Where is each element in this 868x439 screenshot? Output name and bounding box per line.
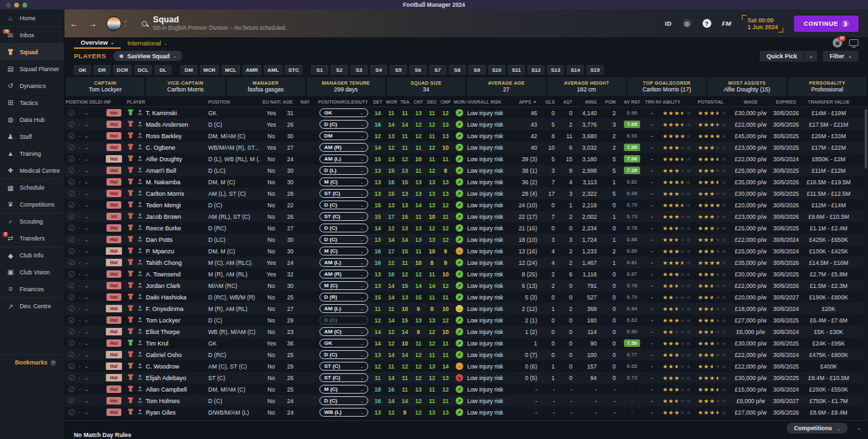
info-badge[interactable]: Hol xyxy=(106,121,121,128)
info-badge[interactable]: Hol xyxy=(106,132,121,140)
select-checkbox-icon[interactable]: ✓ xyxy=(68,271,75,277)
position-filter-amr[interactable]: AMR xyxy=(243,65,262,75)
role-duty-dropdown[interactable]: AM (L)⌄ xyxy=(319,154,368,163)
role-duty-dropdown[interactable]: WB (L)⌄ xyxy=(319,408,368,417)
player-cell[interactable]: Gabriel Osho xyxy=(125,350,207,359)
select-checkbox-icon[interactable]: ✓ xyxy=(68,236,75,243)
player-cell[interactable]: C. Ogbene xyxy=(125,143,207,152)
row-expand-chevron-icon[interactable]: ⌄ xyxy=(85,145,88,150)
select-checkbox-icon[interactable]: ✓ xyxy=(68,340,75,346)
role-duty-dropdown[interactable]: D (C)⌄ xyxy=(319,396,368,405)
info-badge[interactable]: Hol xyxy=(106,409,121,416)
row-expand-chevron-icon[interactable]: ⌄ xyxy=(85,410,88,415)
role-duty-dropdown[interactable]: AM (R)⌄ xyxy=(319,270,368,278)
role-duty-dropdown[interactable]: M (C)⌄ xyxy=(319,177,368,186)
select-checkbox-icon[interactable]: ✓ xyxy=(68,133,75,139)
select-checkbox-icon[interactable]: ✓ xyxy=(68,294,75,300)
sidebar-item-scouting[interactable]: ⌕Scouting xyxy=(0,213,64,230)
player-cell[interactable]: Mads Andersen xyxy=(125,120,207,129)
player-cell[interactable]: Elliot Thorpe xyxy=(125,327,207,336)
sidebar-item-data-hub[interactable]: ◍Data Hub xyxy=(0,111,64,128)
sidebar-item-finances[interactable]: ¤Finances xyxy=(0,280,64,297)
info-badge[interactable]: Hol xyxy=(106,397,121,404)
vertical-scrollbar[interactable] xyxy=(863,108,868,420)
position-filter-dr[interactable]: DR xyxy=(94,65,111,75)
select-checkbox-icon[interactable]: ✓ xyxy=(68,306,75,312)
role-duty-dropdown[interactable]: D (R)⌄ xyxy=(319,293,368,301)
info-badge[interactable]: Hol xyxy=(106,362,121,370)
globe-icon[interactable]: ◍ xyxy=(683,19,692,28)
select-checkbox-icon[interactable]: ✓ xyxy=(68,190,75,196)
position-filter-gk[interactable]: GK xyxy=(74,65,91,75)
row-expand-chevron-icon[interactable]: ⌄ xyxy=(85,364,88,369)
info-badge[interactable]: Hol xyxy=(106,328,121,335)
player-cell[interactable]: T. Kaminski xyxy=(125,108,207,117)
position-filter-s1[interactable]: S1 xyxy=(311,65,328,75)
role-duty-dropdown[interactable]: ST (C)⌄ xyxy=(319,362,368,371)
role-duty-dropdown[interactable]: ST (C)⌄ xyxy=(319,373,368,382)
select-checkbox-icon[interactable]: ✓ xyxy=(68,225,75,231)
row-expand-chevron-icon[interactable]: ⌄ xyxy=(85,341,88,346)
select-checkbox-icon[interactable]: ✓ xyxy=(68,144,75,150)
select-checkbox-icon[interactable]: ✓ xyxy=(68,375,75,381)
info-badge[interactable]: Hol xyxy=(106,374,121,381)
player-cell[interactable]: Jacob Brown xyxy=(125,212,207,221)
position-filter-dl[interactable]: DL xyxy=(155,65,172,75)
info-badge[interactable]: Hol xyxy=(106,144,121,151)
role-duty-dropdown[interactable]: ST (C)⌄ xyxy=(319,212,368,221)
select-checkbox-icon[interactable]: ✓ xyxy=(68,363,75,369)
sidebar-item-squad-planner[interactable]: ▤Squad Planner xyxy=(0,60,64,77)
sidebar-item-club-vision[interactable]: ▣Club Vision xyxy=(0,264,64,280)
sidebar-item-club-info[interactable]: ◆Club Info xyxy=(0,247,64,264)
manager-avatar[interactable]: ☻12 xyxy=(833,38,842,47)
info-badge[interactable]: Hol xyxy=(106,224,121,232)
position-filter-stc[interactable]: STC xyxy=(285,65,302,75)
position-filter-s14[interactable]: S14 xyxy=(567,65,584,75)
info-badge[interactable]: Hol xyxy=(106,270,121,278)
row-expand-chevron-icon[interactable]: ⌄ xyxy=(85,272,88,276)
role-duty-dropdown[interactable]: D (C)⌄ xyxy=(319,201,368,209)
info-badge[interactable]: Hol xyxy=(106,178,121,186)
competitions-selector[interactable]: Competitions ⌄ xyxy=(787,423,848,434)
player-cell[interactable]: Alfie Doughty xyxy=(125,154,207,163)
role-duty-dropdown[interactable]: D (C)⌄ xyxy=(319,235,368,244)
select-checkbox-icon[interactable]: ✓ xyxy=(68,156,75,162)
position-filter-s2[interactable]: S2 xyxy=(331,65,348,75)
role-duty-dropdown[interactable]: D (C)⌄ xyxy=(319,350,368,359)
sidebar-item-dynamics[interactable]: ↺Dynamics xyxy=(0,77,64,94)
role-duty-dropdown[interactable]: DM⌄ xyxy=(319,131,368,140)
select-checkbox-icon[interactable]: ✓ xyxy=(68,202,75,208)
row-expand-chevron-icon[interactable]: ⌄ xyxy=(85,156,88,161)
role-duty-dropdown[interactable]: GK⌄ xyxy=(319,108,368,117)
monitor-icon[interactable] xyxy=(849,39,859,46)
sidebar-item-squad[interactable]: Squad xyxy=(0,43,64,60)
select-checkbox-icon[interactable]: ✓ xyxy=(68,259,75,266)
forward-button[interactable]: → xyxy=(89,19,97,28)
player-cell[interactable]: F. Onyedinma xyxy=(125,304,207,313)
position-filter-dm[interactable]: DM xyxy=(180,65,197,75)
position-filter-mcl[interactable]: MCL xyxy=(222,65,240,75)
info-badge[interactable]: Hol xyxy=(106,167,121,174)
select-checkbox-icon[interactable]: ✓ xyxy=(68,317,75,323)
view-selector[interactable]: ◉ SasView Squad ⌄ xyxy=(113,51,183,61)
row-expand-chevron-icon[interactable]: ⌄ xyxy=(85,283,88,288)
player-cell[interactable]: P. Mpanzu xyxy=(125,247,207,255)
position-filter-s5[interactable]: S5 xyxy=(390,65,407,75)
role-duty-dropdown[interactable]: M (C)⌄ xyxy=(319,247,368,255)
row-expand-chevron-icon[interactable]: ⌄ xyxy=(85,180,88,184)
player-cell[interactable]: Carlton Morris xyxy=(125,189,207,198)
position-filter-s11[interactable]: S11 xyxy=(508,65,525,75)
row-expand-chevron-icon[interactable]: ⌄ xyxy=(85,352,88,357)
club-crest[interactable] xyxy=(106,16,121,31)
player-cell[interactable]: Allan Campbell xyxy=(125,385,207,394)
sidebar-item-transfers[interactable]: ⇄3Transfers xyxy=(0,230,64,247)
info-badge[interactable]: Hol xyxy=(106,316,121,324)
role-duty-dropdown[interactable]: D (C)⌄ xyxy=(319,224,368,232)
row-expand-chevron-icon[interactable]: ⌄ xyxy=(85,237,88,242)
scrollbar-thumb[interactable] xyxy=(865,109,867,169)
filter-button[interactable]: Filter⌄ xyxy=(823,51,859,62)
info-badge[interactable]: Hol xyxy=(106,293,121,301)
position-filter-s3[interactable]: S3 xyxy=(351,65,368,75)
player-cell[interactable]: Ross Barkley xyxy=(125,131,207,140)
select-checkbox-icon[interactable]: ✓ xyxy=(68,110,75,116)
